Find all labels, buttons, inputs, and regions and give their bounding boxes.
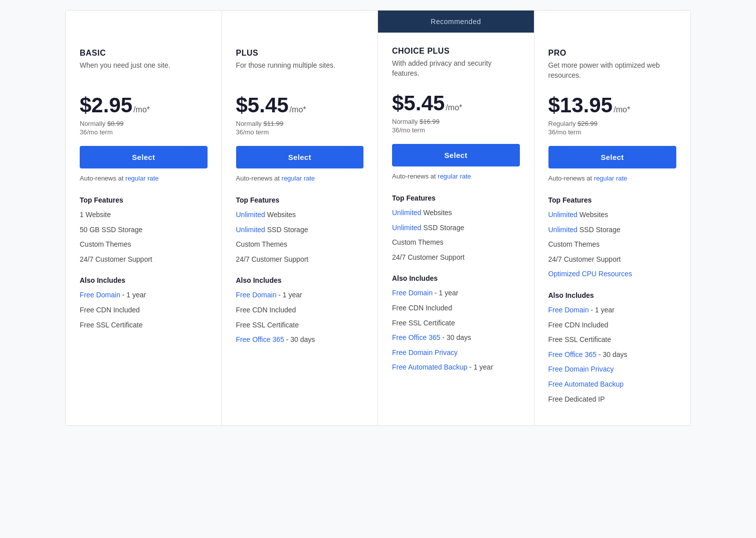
top-features-list: Unlimited WebsitesUnlimited SSD StorageC… <box>548 210 677 279</box>
also-item: Free Dedicated IP <box>548 395 677 405</box>
price-term: 36/mo term <box>236 128 364 136</box>
top-features-title: Top Features <box>80 196 208 204</box>
price-per: /mo* <box>133 105 150 114</box>
also-item: Free Domain Privacy <box>548 365 677 375</box>
price-term: 36/mo term <box>392 126 520 134</box>
also-link[interactable]: Free Office 365 <box>236 335 284 343</box>
plan-col-basic: BASICWhen you need just one site.$2.95/m… <box>66 11 222 425</box>
also-link[interactable]: Free Automated Backup <box>548 380 624 388</box>
feature-link[interactable]: Unlimited <box>548 211 578 219</box>
recommended-badge: Recommended <box>378 11 534 33</box>
also-link[interactable]: Free Domain Privacy <box>548 365 614 373</box>
price-per: /mo* <box>290 105 306 114</box>
plan-header-spacer <box>222 11 378 35</box>
also-link[interactable]: Free Office 365 <box>548 350 597 358</box>
auto-renew-text: Auto-renews at regular rate <box>236 174 364 182</box>
plan-col-pro: PROGet more power with optimized web res… <box>534 11 691 425</box>
top-features-list: 1 Website50 GB SSD StorageCustom Themes2… <box>80 210 208 264</box>
plans-grid: BASICWhen you need just one site.$2.95/m… <box>65 10 691 426</box>
price-amount: $5.45 <box>236 95 289 116</box>
top-features-title: Top Features <box>548 196 677 204</box>
regular-rate-link[interactable]: regular rate <box>594 174 627 182</box>
also-link[interactable]: Free Office 365 <box>392 333 440 341</box>
select-button[interactable]: Select <box>548 146 677 168</box>
pricing-wrapper: BASICWhen you need just one site.$2.95/m… <box>57 0 699 436</box>
price-normal: Normally $11.99 <box>236 120 364 127</box>
price-normal: Regularly $26.99 <box>548 120 677 127</box>
price-per: /mo* <box>446 103 462 112</box>
plan-header-spacer <box>66 11 222 35</box>
also-item: Free Domain - 1 year <box>392 288 520 298</box>
plan-col-choice-plus: RecommendedCHOICE PLUSWith added privacy… <box>378 11 534 425</box>
feature-link[interactable]: Unlimited <box>392 209 421 217</box>
also-item: Free Domain - 1 year <box>80 290 208 300</box>
feature-item: Unlimited Websites <box>548 210 677 220</box>
feature-item: Custom Themes <box>80 240 208 250</box>
feature-item: Unlimited SSD Storage <box>392 223 520 233</box>
feature-link[interactable]: Unlimited <box>236 226 265 234</box>
price-term: 36/mo term <box>548 128 677 136</box>
also-item: Free Domain - 1 year <box>548 305 677 315</box>
also-item: Free Office 365 - 30 days <box>236 335 364 345</box>
also-link[interactable]: Free Domain <box>80 291 120 299</box>
plan-tagline: When you need just one site. <box>80 61 208 81</box>
feature-item: 1 Website <box>80 210 208 220</box>
also-includes-list: Free Domain - 1 yearFree CDN IncludedFre… <box>80 290 208 330</box>
plan-name: CHOICE PLUS <box>392 47 520 56</box>
regular-rate-link[interactable]: regular rate <box>282 174 315 182</box>
feature-item: 24/7 Customer Support <box>80 255 208 265</box>
price-amount: $2.95 <box>80 95 132 116</box>
price-term: 36/mo term <box>80 128 208 136</box>
auto-renew-text: Auto-renews at regular rate <box>392 172 520 180</box>
feature-item: 24/7 Customer Support <box>548 255 677 265</box>
feature-link[interactable]: Unlimited <box>392 224 421 232</box>
also-item: Free CDN Included <box>392 303 520 313</box>
plan-body-basic: BASICWhen you need just one site.$2.95/m… <box>66 35 222 351</box>
also-includes-list: Free Domain - 1 yearFree CDN IncludedFre… <box>236 290 364 344</box>
also-item: Free Office 365 - 30 days <box>548 350 677 360</box>
also-link[interactable]: Free Domain Privacy <box>392 348 458 356</box>
feature-item: Optimized CPU Resources <box>548 269 677 279</box>
regular-rate-link[interactable]: regular rate <box>125 174 158 182</box>
also-item: Free CDN Included <box>548 320 677 330</box>
select-button[interactable]: Select <box>236 146 364 168</box>
select-button[interactable]: Select <box>392 144 520 166</box>
feature-item: Custom Themes <box>392 238 520 248</box>
plan-body-plus: PLUSFor those running multiple sites.$5.… <box>222 35 378 366</box>
feature-link[interactable]: Unlimited <box>548 226 578 234</box>
also-includes-title: Also Includes <box>80 276 208 284</box>
plan-body-choice-plus: CHOICE PLUSWith added privacy and securi… <box>378 33 534 394</box>
top-features-list: Unlimited WebsitesUnlimited SSD StorageC… <box>392 208 520 262</box>
plan-name: PRO <box>548 49 677 58</box>
plan-col-plus: PLUSFor those running multiple sites.$5.… <box>222 11 379 425</box>
feature-item: Unlimited SSD Storage <box>548 225 677 235</box>
plan-tagline: Get more power with optimized web resour… <box>548 61 677 81</box>
feature-link[interactable]: Optimized CPU Resources <box>548 270 632 278</box>
also-link[interactable]: Free Domain <box>392 289 433 297</box>
price-per: /mo* <box>614 105 630 114</box>
plan-tagline: For those running multiple sites. <box>236 61 364 81</box>
also-item: Free Automated Backup - 1 year <box>392 363 520 373</box>
top-features-title: Top Features <box>236 196 364 204</box>
feature-item: 24/7 Customer Support <box>392 253 520 263</box>
feature-item: Custom Themes <box>236 240 364 250</box>
plan-name: PLUS <box>236 49 364 58</box>
feature-item: Unlimited Websites <box>392 208 520 218</box>
plan-price: $2.95/mo* <box>80 95 208 116</box>
feature-link[interactable]: Unlimited <box>236 211 265 219</box>
also-item: Free SSL Certificate <box>236 320 364 330</box>
plan-price: $13.95/mo* <box>548 95 677 116</box>
also-includes-title: Also Includes <box>236 276 364 284</box>
select-button[interactable]: Select <box>80 146 208 168</box>
also-item: Free SSL Certificate <box>548 335 677 345</box>
feature-item: Unlimited SSD Storage <box>236 225 364 235</box>
also-link[interactable]: Free Automated Backup <box>392 363 467 371</box>
top-features-title: Top Features <box>392 194 520 202</box>
regular-rate-link[interactable]: regular rate <box>438 172 471 180</box>
feature-item: Unlimited Websites <box>236 210 364 220</box>
also-item: Free Office 365 - 30 days <box>392 333 520 343</box>
also-item: Free SSL Certificate <box>392 318 520 328</box>
feature-item: Custom Themes <box>548 240 677 250</box>
also-link[interactable]: Free Domain <box>548 306 589 314</box>
also-link[interactable]: Free Domain <box>236 291 277 299</box>
